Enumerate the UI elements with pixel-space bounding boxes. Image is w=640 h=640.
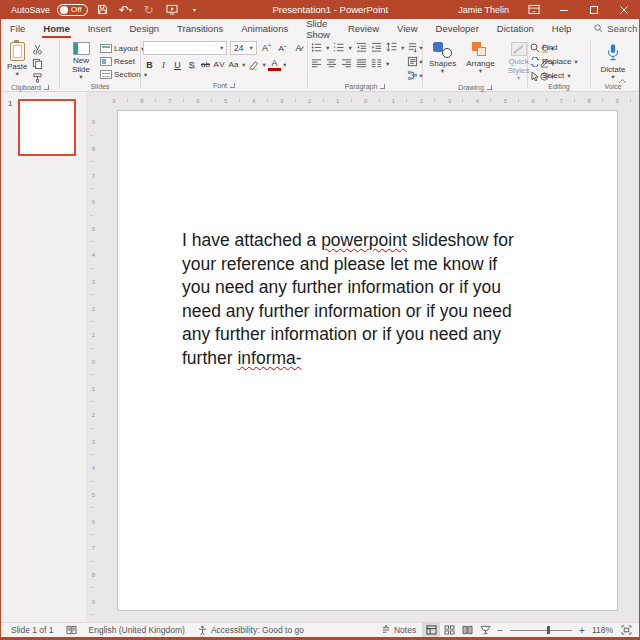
ruler-number: 2 — [296, 95, 324, 106]
tab-help[interactable]: Help — [543, 19, 581, 38]
zoom-slider[interactable] — [510, 623, 572, 637]
align-text-button[interactable]: ▼ — [407, 55, 423, 68]
replace-button[interactable]: Replace▼ — [530, 55, 588, 68]
tab-slide-show[interactable]: Slide Show — [297, 19, 339, 38]
paragraph-dialog-launcher[interactable] — [380, 84, 385, 89]
ruler-number: 0 — [88, 349, 99, 376]
slide-text-box[interactable]: I have attached a powerpoint slideshow f… — [182, 229, 560, 370]
maximize-button[interactable] — [579, 0, 609, 19]
italic-button[interactable]: I — [157, 58, 170, 71]
quick-access-customize-button[interactable]: ▾ — [187, 2, 203, 18]
bullets-button[interactable] — [310, 41, 323, 54]
zoom-in-button[interactable]: + — [576, 625, 588, 636]
title-bar: AutoSave Off ↶▾ ↻ ▾ Presentation1 - Powe… — [1, 0, 639, 19]
start-slideshow-button[interactable] — [164, 2, 180, 18]
tab-view[interactable]: View — [388, 19, 426, 38]
select-button[interactable]: Select▼ — [530, 69, 588, 82]
font-name-combo[interactable]: ▼ — [143, 41, 227, 55]
slide-canvas[interactable]: I have attached a powerpoint slideshow f… — [117, 110, 618, 611]
notes-button[interactable]: Notes — [375, 623, 422, 638]
cut-button[interactable] — [31, 43, 44, 56]
reading-view-button[interactable] — [458, 623, 476, 637]
minimize-button[interactable] — [549, 0, 579, 19]
tab-review[interactable]: Review — [339, 19, 388, 38]
character-spacing-button[interactable]: AV — [213, 58, 226, 71]
highlight-color-button[interactable] — [247, 58, 260, 71]
drawing-dialog-launcher[interactable] — [487, 85, 492, 90]
slide-thumbnail-panel[interactable]: 1 — [1, 92, 86, 622]
strikethrough-button[interactable]: ab — [199, 58, 212, 71]
align-right-button[interactable] — [340, 57, 353, 70]
columns-button[interactable] — [370, 57, 383, 70]
save-button[interactable] — [95, 2, 111, 18]
misspelled-word: powerpoint — [321, 230, 407, 250]
redo-button[interactable]: ↻ — [141, 2, 157, 18]
underline-button[interactable]: U — [171, 58, 184, 71]
ruler-number: 6 — [88, 189, 99, 216]
clipboard-dialog-launcher[interactable] — [44, 85, 49, 90]
tab-animations[interactable]: Animations — [232, 19, 297, 38]
font-dialog-launcher[interactable] — [230, 83, 235, 88]
decrease-indent-button[interactable] — [355, 41, 368, 54]
format-painter-button[interactable] — [31, 71, 44, 84]
text-direction-button[interactable]: ▼ — [407, 41, 423, 54]
font-size-combo[interactable]: 24 ▼ — [230, 41, 257, 55]
paste-button[interactable]: Paste ▼ — [3, 41, 31, 78]
zoom-slider-thumb[interactable] — [547, 626, 550, 634]
font-name-input[interactable] — [147, 43, 217, 53]
reset-icon — [100, 57, 112, 66]
justify-button[interactable] — [355, 57, 368, 70]
ruler-number: 4 — [88, 455, 99, 482]
normal-view-button[interactable] — [422, 623, 440, 637]
align-left-button[interactable] — [310, 57, 323, 70]
tab-insert[interactable]: Insert — [79, 19, 121, 38]
slide-sorter-view-button[interactable] — [440, 623, 458, 637]
zoom-level[interactable]: 118% — [588, 625, 617, 635]
close-button[interactable] — [609, 0, 639, 19]
shapes-button[interactable]: Shapes ▼ — [425, 41, 460, 75]
increase-indent-button[interactable] — [370, 41, 383, 54]
change-case-button[interactable]: Aa — [227, 58, 240, 71]
tab-design[interactable]: Design — [120, 19, 168, 38]
tab-developer[interactable]: Developer — [427, 19, 488, 38]
zoom-out-button[interactable]: − — [494, 625, 506, 636]
clear-formatting-button[interactable]: A̷ — [292, 42, 305, 55]
find-button[interactable]: Find — [530, 41, 588, 54]
copy-button[interactable] — [31, 57, 44, 70]
display-settings-button[interactable] — [60, 623, 83, 638]
arrange-button[interactable]: Arrange ▼ — [462, 41, 498, 75]
ruler-number: 7 — [156, 95, 184, 106]
fit-slide-to-window-button[interactable] — [617, 623, 635, 637]
text-shadow-button[interactable]: S — [185, 58, 198, 71]
ruler-number: 1 — [88, 375, 99, 402]
decrease-font-size-button[interactable]: Aˇ — [276, 42, 289, 55]
align-center-button[interactable] — [325, 57, 338, 70]
tab-home[interactable]: Home — [34, 19, 78, 38]
tab-file[interactable]: File — [1, 19, 34, 38]
tab-transitions[interactable]: Transitions — [168, 19, 232, 38]
slide-indicator[interactable]: Slide 1 of 1 — [5, 623, 60, 638]
slide-text-line: your reference and please let me know if — [182, 253, 560, 277]
search-box[interactable]: Search — [594, 23, 637, 34]
ruler-number: 7 — [88, 535, 99, 562]
tab-dictation[interactable]: Dictation — [488, 19, 543, 38]
slide-thumbnail-1[interactable] — [18, 99, 76, 156]
numbering-button[interactable] — [332, 41, 345, 54]
replace-icon — [530, 57, 540, 67]
autosave-toggle[interactable]: Off — [57, 4, 88, 16]
collapse-ribbon-button[interactable] — [618, 70, 627, 88]
language-status[interactable]: English (United Kingdom) — [83, 623, 191, 638]
slide-show-view-button[interactable] — [476, 623, 494, 637]
increase-font-size-button[interactable]: Aˆ — [260, 42, 273, 55]
ribbon-display-options-button[interactable] — [519, 0, 549, 19]
accessibility-status[interactable]: Accessibility: Good to go — [191, 623, 310, 638]
line-spacing-button[interactable] — [385, 41, 398, 54]
font-color-button[interactable]: A — [268, 59, 281, 71]
ruler-number: 7 — [88, 162, 99, 189]
convert-to-smartart-button[interactable]: ▼ — [407, 69, 423, 82]
undo-button[interactable]: ↶▾ — [118, 2, 134, 18]
bold-button[interactable]: B — [143, 58, 156, 71]
new-slide-button[interactable]: New Slide ▼ — [62, 41, 100, 81]
align-right-icon — [341, 58, 352, 69]
ruler-number: 1 — [380, 95, 408, 106]
